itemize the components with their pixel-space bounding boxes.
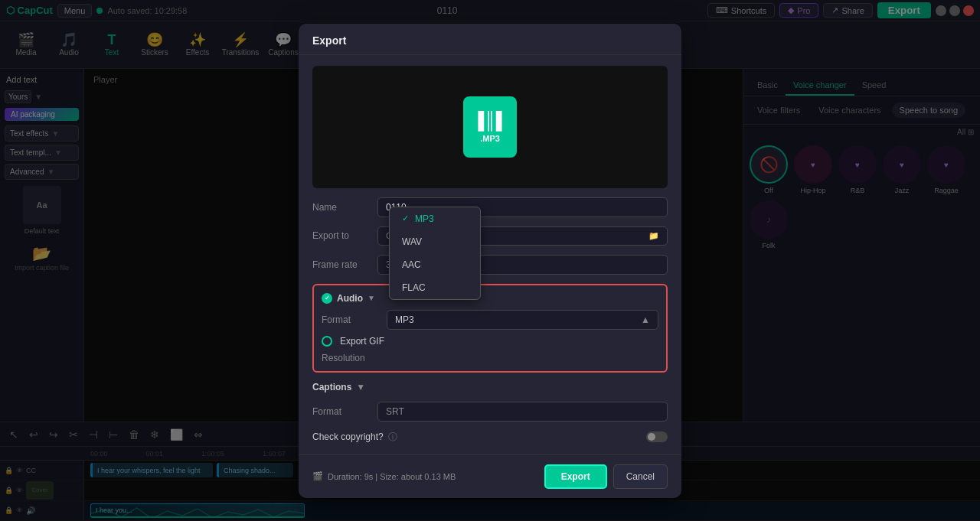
copyright-toggle[interactable] bbox=[646, 431, 668, 442]
resolution-row: Resolution bbox=[322, 353, 658, 363]
captions-format-row: Format SRT bbox=[312, 402, 668, 422]
name-field-row: Name bbox=[312, 197, 668, 217]
format-arrow-icon: ▲ bbox=[641, 314, 650, 325]
format-field-row: Format MP3 ▲ ✓ MP3 WAV bbox=[322, 310, 658, 330]
format-mp3-label: MP3 bbox=[415, 213, 434, 224]
audio-chevron: ▼ bbox=[368, 294, 375, 302]
mp3-waveform-icon: ▐║▌ bbox=[472, 111, 508, 131]
cancel-button[interactable]: Cancel bbox=[613, 464, 668, 489]
toggle-thumb bbox=[648, 433, 655, 441]
folder-icon: 📁 bbox=[648, 231, 659, 241]
export-gif-checkbox[interactable] bbox=[322, 336, 332, 347]
film-icon: 🎬 bbox=[312, 471, 323, 481]
audio-section-title: Audio ▼ bbox=[322, 293, 658, 304]
captions-chevron-icon: ▼ bbox=[356, 382, 365, 392]
format-selected-value: MP3 bbox=[395, 314, 414, 325]
audio-section: Audio ▼ Format MP3 ▲ ✓ MP3 bbox=[312, 284, 668, 373]
format-option-aac[interactable]: AAC bbox=[390, 253, 480, 276]
export-gif-label: Export GIF bbox=[340, 336, 384, 347]
frame-rate-field-row: Frame rate 30fps bbox=[312, 255, 668, 275]
copyright-row: Check copyright? ⓘ bbox=[312, 431, 668, 444]
export-modal: Export ▐║▌ .MP3 Name Export to C:/Users/… bbox=[299, 24, 681, 498]
captions-format-select[interactable]: SRT bbox=[377, 402, 668, 422]
mp3-label: .MP3 bbox=[480, 134, 500, 143]
captions-label: Captions bbox=[312, 382, 351, 392]
captions-title: Captions ▼ bbox=[312, 382, 365, 392]
format-option-wav[interactable]: WAV bbox=[390, 230, 480, 253]
captions-format-label: Format bbox=[312, 406, 370, 417]
format-option-mp3[interactable]: ✓ MP3 bbox=[390, 207, 480, 230]
duration-size-info: Duration: 9s | Size: about 0.13 MB bbox=[328, 472, 456, 481]
export-to-field-row: Export to C:/Users/TOPGUS/De... 📁 bbox=[312, 226, 668, 246]
format-aac-label: AAC bbox=[402, 259, 421, 270]
copyright-label: Check copyright? bbox=[312, 431, 384, 442]
format-wav-label: WAV bbox=[402, 236, 422, 247]
export-button[interactable]: Export bbox=[544, 464, 607, 489]
modal-overlay: Export ▐║▌ .MP3 Name Export to C:/Users/… bbox=[0, 0, 980, 521]
name-field-label: Name bbox=[312, 202, 370, 213]
audio-checkbox[interactable] bbox=[322, 293, 332, 304]
checkmark-mp3: ✓ bbox=[402, 213, 409, 223]
copyright-info-icon: ⓘ bbox=[388, 431, 397, 444]
footer-buttons: Export Cancel bbox=[544, 464, 668, 489]
copyright-label-group: Check copyright? ⓘ bbox=[312, 431, 397, 444]
format-option-flac[interactable]: FLAC bbox=[390, 276, 480, 299]
footer-info: 🎬 Duration: 9s | Size: about 0.13 MB bbox=[312, 471, 456, 481]
resolution-label: Resolution bbox=[322, 353, 379, 363]
export-gif-row: Export GIF bbox=[322, 336, 658, 347]
audio-label: Audio bbox=[337, 293, 363, 304]
modal-preview: ▐║▌ .MP3 bbox=[312, 66, 668, 188]
format-dropdown: ✓ MP3 WAV AAC FLAC bbox=[389, 207, 481, 300]
modal-footer: 🎬 Duration: 9s | Size: about 0.13 MB Exp… bbox=[299, 454, 681, 498]
modal-body: ▐║▌ .MP3 Name Export to C:/Users/TOPGUS/… bbox=[299, 55, 681, 454]
format-select-button[interactable]: MP3 ▲ bbox=[387, 310, 658, 330]
export-to-label: Export to bbox=[312, 230, 370, 241]
captions-row: Captions ▼ bbox=[312, 382, 668, 392]
mp3-icon: ▐║▌ .MP3 bbox=[463, 96, 517, 158]
modal-header: Export bbox=[299, 24, 681, 55]
format-field-label: Format bbox=[322, 314, 379, 325]
frame-rate-label: Frame rate bbox=[312, 259, 370, 270]
format-flac-label: FLAC bbox=[402, 282, 426, 293]
